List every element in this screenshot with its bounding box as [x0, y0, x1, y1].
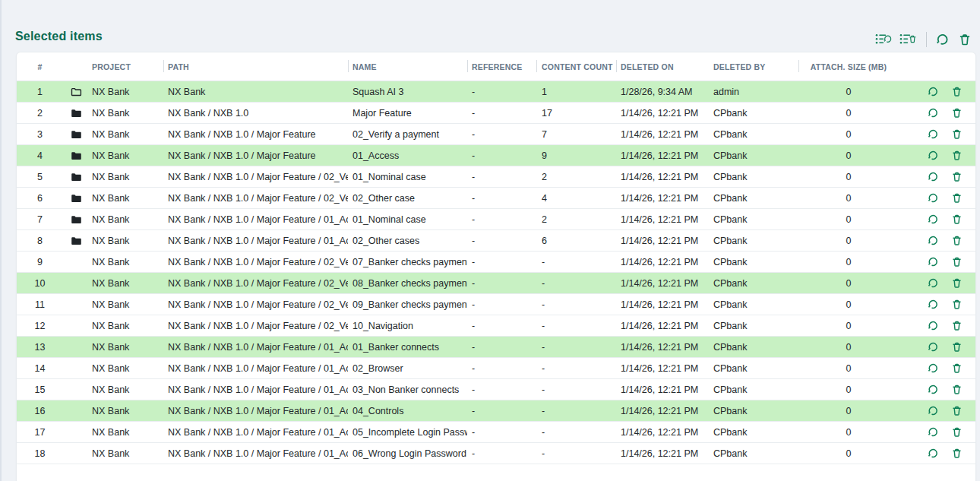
content-count-cell: 9: [536, 150, 616, 161]
restore-row-button[interactable]: [928, 299, 939, 310]
restore-row-button[interactable]: [928, 235, 939, 246]
content-count-cell: 1: [536, 87, 616, 97]
reference-cell: -: [467, 129, 536, 140]
table-row[interactable]: 11NX BankNX Bank / NXB 1.0 / Major Featu…: [17, 294, 975, 315]
restore-row-button[interactable]: [928, 320, 939, 331]
delete-row-button[interactable]: [951, 214, 963, 225]
restore-icon: [928, 86, 939, 97]
restore-row-button[interactable]: [928, 384, 939, 395]
empty-trash-button[interactable]: [958, 33, 972, 46]
restore-row-button[interactable]: [928, 341, 939, 353]
restore-row-button[interactable]: [928, 86, 939, 97]
content-count-cell: 6: [536, 236, 616, 246]
restore-all-button[interactable]: [936, 33, 950, 46]
reference-cell: -: [467, 193, 536, 204]
row-actions: [899, 256, 972, 267]
deleted-on-cell: 1/14/26, 12:21 PM: [616, 427, 707, 438]
delete-row-button[interactable]: [951, 384, 963, 395]
row-number: 18: [17, 448, 71, 459]
table-row[interactable]: 6NX BankNX Bank / NXB 1.0 / Major Featur…: [17, 188, 975, 209]
restore-icon: [928, 426, 939, 438]
delete-row-button[interactable]: [951, 235, 963, 246]
delete-row-button[interactable]: [951, 171, 963, 182]
table-row[interactable]: 10NX BankNX Bank / NXB 1.0 / Major Featu…: [17, 273, 975, 294]
table-row[interactable]: 13NX BankNX Bank / NXB 1.0 / Major Featu…: [17, 337, 975, 358]
table-row[interactable]: 2NX BankNX Bank / NXB 1.0Major Feature-1…: [17, 103, 975, 124]
project-label: NX Bank: [92, 384, 129, 395]
table-row[interactable]: 1NX BankNX BankSquash AI 3-11/28/26, 9:3…: [17, 81, 975, 103]
delete-row-button[interactable]: [951, 192, 963, 204]
restore-selection-button[interactable]: [875, 33, 893, 46]
project-label: NX Bank: [92, 87, 129, 97]
delete-row-button[interactable]: [951, 150, 963, 161]
restore-row-button[interactable]: [928, 405, 939, 416]
deleted-by-cell: CPbank: [707, 406, 798, 416]
delete-row-button[interactable]: [951, 426, 963, 438]
restore-row-button[interactable]: [928, 214, 939, 225]
trash-icon: [951, 405, 963, 416]
table-row[interactable]: 8NX BankNX Bank / NXB 1.0 / Major Featur…: [17, 230, 975, 252]
delete-row-button[interactable]: [951, 299, 963, 310]
row-actions: [899, 384, 972, 395]
table-row[interactable]: 9NX BankNX Bank / NXB 1.0 / Major Featur…: [17, 252, 975, 273]
name-cell: 02_Verify a payment: [348, 129, 467, 140]
deleted-on-cell: 1/14/26, 12:21 PM: [616, 406, 707, 416]
delete-row-button[interactable]: [951, 405, 963, 416]
restore-row-button[interactable]: [928, 171, 939, 182]
reference-cell: -: [467, 384, 536, 395]
row-number: 15: [17, 384, 71, 395]
delete-row-button[interactable]: [951, 320, 963, 331]
restore-icon: [928, 299, 939, 310]
restore-row-button[interactable]: [928, 128, 939, 140]
project-cell: NX Bank: [71, 427, 163, 438]
project-cell: NX Bank: [71, 129, 163, 140]
table-row[interactable]: 16NX BankNX Bank / NXB 1.0 / Major Featu…: [17, 400, 975, 422]
delete-row-button[interactable]: [951, 341, 963, 353]
table-row[interactable]: 5NX BankNX Bank / NXB 1.0 / Major Featur…: [17, 166, 975, 188]
trash-icon: [958, 33, 972, 46]
remove-selection-button[interactable]: [899, 33, 917, 46]
delete-row-button[interactable]: [951, 256, 963, 267]
attach-size-cell: 0: [798, 87, 899, 97]
table-row[interactable]: 15NX BankNX Bank / NXB 1.0 / Major Featu…: [17, 379, 975, 400]
delete-row-button[interactable]: [951, 362, 963, 374]
restore-icon: [928, 192, 939, 204]
delete-row-button[interactable]: [951, 448, 963, 459]
delete-row-button[interactable]: [951, 107, 963, 119]
restore-row-button[interactable]: [928, 277, 939, 289]
restore-icon: [928, 448, 939, 459]
restore-row-button[interactable]: [928, 448, 939, 459]
table-row[interactable]: 3NX BankNX Bank / NXB 1.0 / Major Featur…: [17, 124, 975, 145]
table-row[interactable]: 18NX BankNX Bank / NXB 1.0 / Major Featu…: [17, 443, 975, 464]
deleted-by-cell: CPbank: [707, 172, 798, 182]
attach-size-cell: 0: [798, 406, 899, 416]
restore-row-button[interactable]: [928, 107, 939, 119]
deleted-on-cell: 1/14/26, 12:21 PM: [616, 299, 707, 310]
project-cell: NX Bank: [71, 87, 163, 97]
reference-cell: -: [467, 108, 536, 119]
column-header-content-count: CONTENT COUNT: [536, 52, 616, 81]
folder-icon: [71, 109, 92, 118]
restore-row-button[interactable]: [928, 362, 939, 374]
delete-row-button[interactable]: [951, 86, 963, 97]
attach-size-cell: 0: [798, 108, 899, 119]
restore-row-button[interactable]: [928, 150, 939, 161]
restore-row-button[interactable]: [928, 192, 939, 204]
project-label: NX Bank: [92, 321, 129, 331]
table-row[interactable]: 4NX BankNX Bank / NXB 1.0 / Major Featur…: [17, 145, 975, 166]
restore-row-button[interactable]: [928, 256, 939, 267]
row-number: 4: [17, 150, 71, 161]
table-row[interactable]: 12NX BankNX Bank / NXB 1.0 / Major Featu…: [17, 315, 975, 337]
table-row[interactable]: 17NX BankNX Bank / NXB 1.0 / Major Featu…: [17, 422, 975, 443]
restore-row-button[interactable]: [928, 426, 939, 438]
restore-icon: [928, 150, 939, 161]
column-header-number: #: [17, 52, 71, 81]
path-cell: NX Bank / NXB 1.0 / Major Feature / 01_A…: [163, 448, 348, 459]
content-count-cell: -: [536, 427, 616, 438]
table-row[interactable]: 7NX BankNX Bank / NXB 1.0 / Major Featur…: [17, 209, 975, 230]
table-row[interactable]: 14NX BankNX Bank / NXB 1.0 / Major Featu…: [17, 358, 975, 379]
delete-row-button[interactable]: [951, 128, 963, 140]
project-cell: NX Bank: [71, 278, 163, 289]
trash-icon: [951, 171, 963, 182]
delete-row-button[interactable]: [951, 277, 963, 289]
